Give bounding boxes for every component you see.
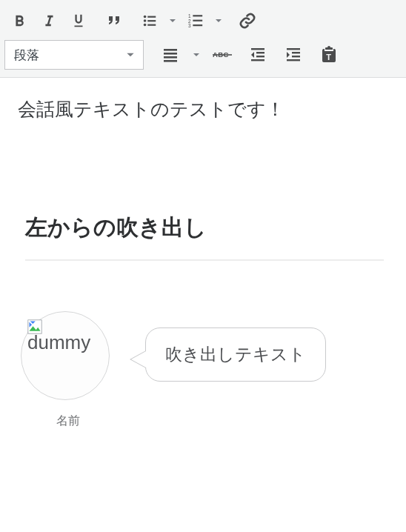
bullet-list-icon: [142, 13, 158, 29]
svg-rect-4: [147, 20, 156, 21]
svg-text:T: T: [326, 53, 331, 61]
toolbar-row-2: 段落 ABC T: [4, 40, 402, 70]
clipboard-text-icon: T: [320, 46, 338, 64]
outdent-icon: [249, 46, 267, 64]
svg-rect-10: [193, 20, 202, 21]
intro-paragraph[interactable]: 会話風テキストのテストです！: [18, 96, 391, 124]
italic-button[interactable]: [34, 6, 64, 36]
numbered-list-icon: 123: [187, 13, 204, 29]
caret-down-icon: [168, 16, 177, 25]
align-dropdown[interactable]: [188, 40, 204, 70]
svg-rect-14: [164, 56, 177, 59]
speech-bubble-text[interactable]: 吹き出しテキスト: [165, 345, 306, 364]
svg-rect-5: [147, 24, 156, 26]
strikethrough-button[interactable]: ABC: [204, 40, 240, 70]
editor-toolbar: 123 段落 ABC T: [0, 0, 406, 78]
bullet-list-dropdown[interactable]: [164, 6, 181, 36]
align-justify-icon: [162, 46, 179, 64]
svg-rect-19: [256, 52, 264, 53]
svg-rect-22: [287, 48, 300, 50]
svg-rect-23: [292, 52, 300, 53]
numbered-list-button[interactable]: 123: [181, 6, 210, 36]
avatar-column: dummy 名前: [21, 311, 116, 429]
blockquote-button[interactable]: [99, 6, 129, 36]
svg-rect-12: [164, 49, 177, 51]
italic-icon: [41, 13, 57, 29]
underline-icon: [70, 13, 87, 29]
avatar-alt-text: dummy: [27, 331, 94, 354]
svg-rect-11: [193, 24, 202, 26]
numbered-list-dropdown[interactable]: [210, 6, 227, 36]
bold-icon: [11, 13, 27, 29]
avatar-image[interactable]: dummy: [21, 311, 110, 400]
strikethrough-icon: ABC: [213, 48, 232, 61]
section-heading[interactable]: 左からの吹き出し: [25, 213, 384, 261]
format-select[interactable]: 段落: [4, 40, 144, 70]
svg-point-1: [144, 19, 147, 22]
svg-rect-25: [287, 59, 300, 61]
bullet-list-button[interactable]: [135, 6, 164, 36]
link-icon: [239, 12, 256, 30]
svg-rect-20: [256, 56, 264, 57]
paste-as-text-button[interactable]: T: [311, 40, 347, 70]
editor-content[interactable]: 会話風テキストのテストです！ 左からの吹き出し dummy 名前 吹き出しテキス…: [0, 78, 406, 451]
svg-rect-21: [251, 59, 264, 61]
align-button[interactable]: [153, 40, 188, 70]
format-select-label: 段落: [14, 47, 39, 64]
svg-rect-9: [193, 15, 202, 16]
svg-rect-13: [164, 53, 177, 55]
svg-rect-3: [147, 16, 156, 18]
indent-button[interactable]: [276, 40, 311, 70]
bold-button[interactable]: [4, 6, 34, 36]
svg-text:3: 3: [188, 23, 191, 28]
quote-icon: [105, 12, 123, 30]
svg-rect-24: [292, 56, 300, 57]
caret-down-icon: [125, 50, 136, 60]
speech-bubble[interactable]: 吹き出しテキスト: [145, 327, 326, 382]
svg-rect-18: [251, 48, 264, 50]
toolbar-row-1: 123: [4, 6, 402, 36]
underline-button[interactable]: [64, 6, 93, 36]
caret-down-icon: [214, 16, 223, 25]
svg-rect-15: [164, 60, 177, 62]
indent-icon: [284, 46, 302, 64]
outdent-button[interactable]: [240, 40, 276, 70]
speech-bubble-block: dummy 名前 吹き出しテキスト: [18, 311, 391, 429]
caret-down-icon: [192, 50, 201, 59]
svg-point-2: [144, 24, 147, 27]
avatar-name-label[interactable]: 名前: [21, 413, 116, 429]
link-button[interactable]: [233, 6, 262, 36]
svg-point-0: [144, 16, 147, 19]
